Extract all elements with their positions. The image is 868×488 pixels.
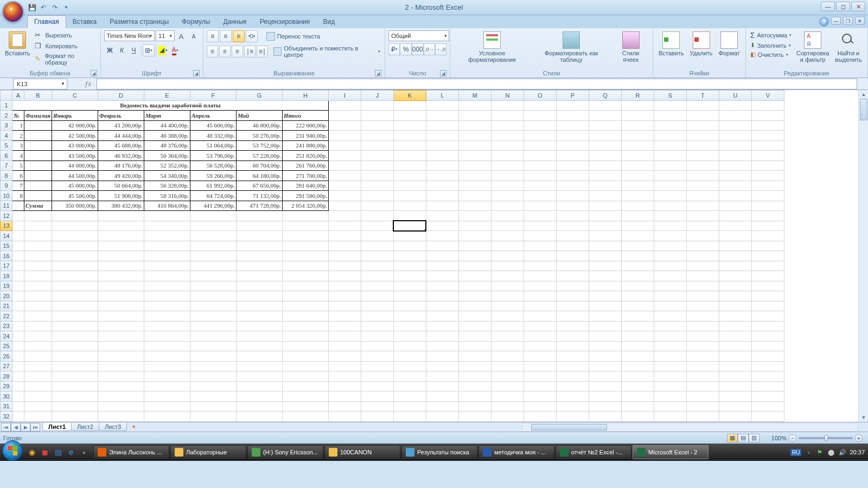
cell[interactable] [621,381,654,391]
cell[interactable] [524,131,556,141]
cell[interactable] [282,381,328,391]
cell[interactable] [589,140,621,151]
cell[interactable] [393,221,426,231]
cell[interactable] [361,261,393,271]
cell[interactable] [190,221,236,231]
clock[interactable]: 20:37 [850,449,865,455]
cell[interactable] [98,281,144,291]
cell[interactable]: 6 [12,171,24,181]
cell[interactable] [491,241,524,251]
cell[interactable] [24,160,52,171]
cut-button[interactable]: Вырезать [34,30,97,40]
row-header[interactable]: 14 [1,231,12,241]
cell[interactable] [144,361,190,371]
cell[interactable] [282,391,328,402]
cell[interactable] [328,271,361,281]
cell[interactable] [719,291,751,301]
cell[interactable] [328,111,361,121]
sheet-tab[interactable]: Лист1 [42,423,72,431]
cell[interactable] [686,271,719,281]
cell[interactable] [524,251,556,261]
cell[interactable] [556,140,589,151]
cell[interactable] [458,341,491,351]
cell[interactable] [426,251,458,261]
cell[interactable] [282,371,328,382]
cell[interactable]: 51 064,00р. [190,140,236,151]
cell[interactable] [144,412,190,422]
cell[interactable] [556,241,589,251]
cell[interactable] [52,412,98,422]
column-header[interactable]: E [144,91,190,101]
cell[interactable] [426,391,458,402]
cell[interactable] [491,171,524,181]
cell[interactable] [654,181,686,191]
cell[interactable] [98,311,144,322]
sheet-tab[interactable]: Лист2 [71,423,99,431]
format-cells-button[interactable]: Формат [717,30,742,57]
cell[interactable] [751,160,784,171]
cell[interactable] [328,241,361,251]
cell[interactable]: 48 376,00р. [144,140,190,151]
zoom-out-button[interactable]: − [789,434,796,442]
cell[interactable] [719,331,751,342]
cell[interactable] [24,181,52,191]
autosum-button[interactable]: ΣАвтосумма▾ [749,30,793,40]
cell[interactable] [393,331,426,342]
cell[interactable] [12,221,24,231]
cell[interactable] [328,311,361,322]
underline-button[interactable]: Ч [128,44,140,56]
cell[interactable] [686,120,719,131]
cell[interactable] [52,291,98,301]
cell[interactable] [589,271,621,281]
cell[interactable] [751,301,784,311]
cell[interactable] [751,401,784,412]
column-header[interactable]: F [190,91,236,101]
cell[interactable] [393,261,426,271]
cell[interactable] [361,171,393,181]
cell[interactable] [491,361,524,371]
cell[interactable] [719,251,751,261]
cell[interactable] [282,351,328,362]
cell[interactable] [361,201,393,211]
name-box[interactable]: K13▼ [13,79,67,89]
row-header[interactable]: 19 [1,281,12,291]
language-indicator[interactable]: RU [790,449,801,456]
cell[interactable] [24,311,52,322]
cell[interactable] [426,100,458,111]
cell[interactable] [654,100,686,111]
cell[interactable] [328,100,361,111]
start-button[interactable] [2,440,23,461]
cell[interactable] [393,291,426,301]
cell[interactable] [589,111,621,121]
delete-cells-button[interactable]: Удалить [688,30,715,57]
cell[interactable] [621,361,654,371]
cell[interactable] [458,261,491,271]
cell[interactable] [12,321,24,331]
cell[interactable] [236,321,282,331]
cell[interactable] [589,301,621,311]
cell[interactable]: 50 364,00р. [144,151,190,161]
cell[interactable] [144,231,190,241]
hscroll-thumb[interactable] [531,424,607,431]
column-header[interactable]: Q [589,91,621,101]
cell[interactable] [12,412,24,422]
column-header[interactable]: O [524,91,556,101]
cell[interactable]: 61 992,00р. [190,181,236,191]
cell[interactable] [98,351,144,362]
cell[interactable] [98,391,144,402]
cell[interactable] [524,331,556,342]
cell[interactable] [24,371,52,382]
ql-item[interactable]: ◉ [26,446,38,459]
cell[interactable] [556,120,589,131]
sum-label[interactable]: Сумма [24,201,52,211]
cell[interactable] [751,140,784,151]
cell[interactable] [589,171,621,181]
cell[interactable] [589,281,621,291]
cell[interactable] [556,301,589,311]
cell[interactable] [426,412,458,422]
taskbar-item[interactable]: Элина Лысоконь ... [93,445,169,459]
cell[interactable] [686,371,719,382]
cell[interactable] [52,281,98,291]
vertical-scrollbar[interactable]: ▲ ▼ [858,90,868,422]
tray-chevron-icon[interactable]: ‹ [804,448,813,457]
